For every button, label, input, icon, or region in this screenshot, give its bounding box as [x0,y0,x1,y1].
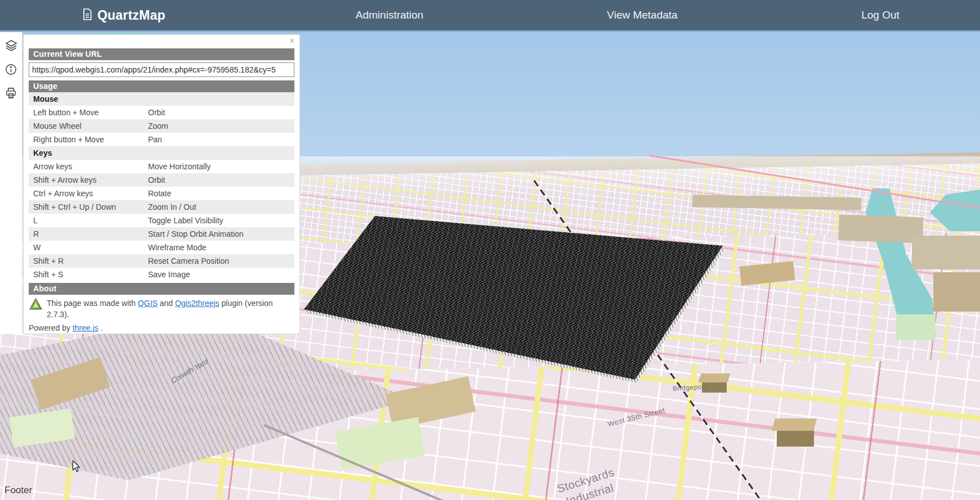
left-toolbar [0,30,23,334]
current-view-url-input[interactable] [29,62,294,77]
usage-group-row: Keys [29,146,294,160]
about-content: This page was made with QGIS and Qgis2th… [29,298,294,321]
nav-log-out[interactable]: Log Out [861,0,900,30]
usage-row: Left button + MoveOrbit [29,106,294,119]
layers-icon [5,39,18,55]
footer-text: Footer [5,485,32,496]
app-header: QuartzMap Administration View Metadata L… [0,0,980,32]
app-title: QuartzMap [97,8,165,23]
print-button[interactable] [0,82,23,106]
park-patch [896,314,936,340]
land-patch [933,272,980,312]
usage-row: Shift + RReset Camera Position [29,254,294,268]
usage-row: Shift + Ctrl + Up / DownZoom In / Out [29,200,294,214]
document-icon [82,8,92,23]
layers-button[interactable] [0,35,23,58]
usage-row: Shift + Arrow keysOrbit [29,173,294,187]
usage-row: Shift + SSave Image [29,268,294,281]
usage-row: RStart / Stop Orbit Animation [29,227,294,241]
land-patch [838,214,924,243]
section-header-about: About [29,283,294,295]
section-header-current-view-url: Current View URL [29,48,294,60]
usage-row: Arrow keysMove Horizontally [29,160,294,173]
land-patch [912,236,980,269]
nav-administration[interactable]: Administration [356,0,423,30]
printer-icon [5,87,17,102]
building-3d-top [772,418,817,431]
usage-row: Right button + MovePan [29,133,294,146]
section-header-usage: Usage [29,80,294,92]
usage-row: Mouse WheelZoom [29,119,294,133]
close-icon[interactable]: × [289,37,294,46]
usage-row: LToggle Label Visibility [29,214,294,227]
info-button[interactable] [0,58,23,82]
usage-group-row: Mouse [29,92,294,106]
usage-table: Mouse Left button + MoveOrbit Mouse Whee… [29,92,294,281]
qgis2threejs-logo-icon [29,298,43,312]
powered-by: Powered by three.js . [29,323,294,334]
usage-row: Ctrl + Arrow keysRotate [29,187,294,200]
building-3d-top [698,373,730,382]
nav-view-metadata[interactable]: View Metadata [607,0,677,30]
info-icon [5,63,17,78]
threejs-link[interactable]: three.js [73,323,99,332]
help-panel: × Current View URL Usage Mouse Left butt… [23,34,300,334]
qgis-link[interactable]: QGIS [138,299,158,308]
app-logo[interactable]: QuartzMap [82,0,165,30]
usage-row: WWireframe Mode [29,241,294,254]
qgis2threejs-link[interactable]: Qgis2threejs [175,299,220,308]
